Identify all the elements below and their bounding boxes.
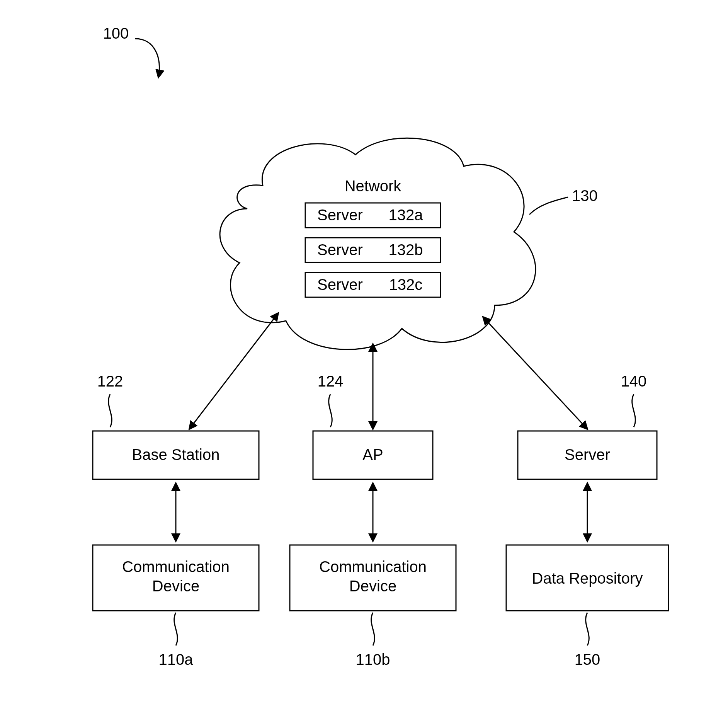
ref-122-leader <box>109 394 112 427</box>
ref-150-leader <box>586 613 589 645</box>
cloud-server-row-0: Server 132a <box>305 203 441 228</box>
cloud-outline-icon <box>220 138 536 349</box>
ref-110a-label: 110a <box>159 651 194 668</box>
ap-label: AP <box>362 446 383 463</box>
arrow-cloud-to-base-station <box>189 313 278 429</box>
ref-140-leader <box>632 394 636 427</box>
ref-150-label: 150 <box>575 651 600 668</box>
ref-110b-label: 110b <box>356 651 390 668</box>
arrow-cloud-to-server <box>483 317 587 429</box>
network-cloud: Network Server 132a Server 132b Server 1… <box>220 138 536 349</box>
cloud-server-row-1: Server 132b <box>305 238 441 262</box>
comm-b-line2: Device <box>349 577 396 594</box>
ref-140-label: 140 <box>621 373 647 390</box>
ap-box: AP <box>313 431 433 479</box>
comm-device-b-box: Communication Device <box>290 545 456 611</box>
ref-122-label: 122 <box>97 373 123 390</box>
figure-ref-arrow <box>135 39 160 77</box>
comm-a-line1: Communication <box>122 558 230 575</box>
server-box: Server <box>518 431 657 479</box>
ref-110b-leader <box>371 613 375 645</box>
base-station-box: Base Station <box>93 431 259 479</box>
data-repo-box: Data Repository <box>506 545 668 611</box>
cloud-ref-label: 130 <box>572 187 598 204</box>
cloud-ref-leader <box>529 197 568 215</box>
cloud-server-ref-0: 132a <box>389 206 424 223</box>
server-label: Server <box>565 446 610 463</box>
cloud-title: Network <box>345 177 402 194</box>
cloud-server-label-0: Server <box>317 206 363 223</box>
cloud-server-row-2: Server 132c <box>305 272 441 297</box>
cloud-server-ref-1: 132b <box>389 241 423 258</box>
figure-ref-label: 100 <box>103 25 129 42</box>
comm-a-line2: Device <box>152 577 199 594</box>
base-station-label: Base Station <box>132 446 220 463</box>
ref-124-leader <box>329 394 332 427</box>
cloud-server-label-1: Server <box>317 241 363 258</box>
ref-124-label: 124 <box>318 373 344 390</box>
ref-110a-leader <box>174 613 178 645</box>
comm-device-a-box: Communication Device <box>93 545 259 611</box>
comm-b-line1: Communication <box>319 558 427 575</box>
cloud-server-ref-2: 132c <box>389 276 423 293</box>
cloud-server-label-2: Server <box>317 276 363 293</box>
data-repo-label: Data Repository <box>532 570 643 587</box>
